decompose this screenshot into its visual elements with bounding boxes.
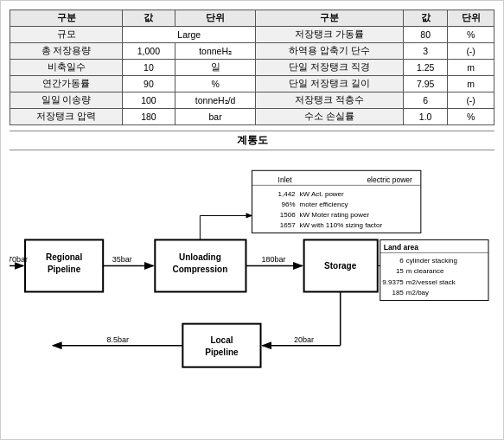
table-cell-3-4: 7.95 — [404, 76, 448, 92]
col-header-3: 단위 — [175, 10, 256, 27]
data-table: 구분 값 단위 구분 값 단위 규모Large저장탱크 가동률80%총 저장용량… — [10, 10, 494, 125]
local-pipeline-label1: Local — [210, 335, 233, 345]
diagram-svg: Regional Pipeline Unloading Compression … — [10, 157, 494, 391]
regional-pipeline-label2: Pipeline — [48, 265, 81, 274]
table-cell-0-4: 80 — [404, 27, 448, 43]
inlet-val2: 96% — [282, 201, 296, 208]
col-header-5: 값 — [404, 10, 448, 27]
land-area-label: Land area — [384, 243, 418, 252]
table-cell-0-3: 저장탱크 가동률 — [256, 27, 404, 43]
land-val3: 9.9375 — [382, 278, 404, 286]
table-cell-2-2: 일 — [175, 60, 256, 76]
inlet-desc4: kW with 110% sizing factor — [300, 221, 383, 229]
table-row: 일일 이송량100tonneH₂/d저장탱크 적층수6(-) — [10, 92, 494, 109]
inlet-desc3: kW Moter rating power — [300, 211, 370, 219]
table-cell-3-2: % — [175, 76, 256, 92]
section-title: 계통도 — [10, 131, 494, 150]
table-cell-0-5: % — [448, 27, 494, 43]
col-header-6: 단위 — [448, 10, 494, 27]
table-cell-2-4: 1.25 — [404, 60, 448, 76]
table-cell-3-1: 90 — [123, 76, 175, 92]
table-cell-5-5: % — [448, 109, 494, 125]
pressure-35bar: 35bar — [112, 255, 132, 264]
storage-label: Storage — [324, 261, 357, 271]
table-cell-3-0: 연간가동률 — [10, 76, 123, 92]
table-cell-4-1: 100 — [123, 92, 175, 109]
table-row: 저장탱크 압력180bar수소 손실률1.0% — [10, 109, 494, 125]
table-cell-3-5: m — [448, 76, 494, 92]
table-cell-2-3: 단일 저장탱크 직경 — [256, 60, 404, 76]
land-val4: 185 — [392, 289, 404, 297]
table-cell-3-3: 단일 저장탱크 길이 — [256, 76, 404, 92]
land-val2: 15 — [396, 267, 404, 275]
inlet-val1: 1,442 — [278, 190, 297, 198]
table-cell-0-1: Large — [123, 27, 256, 43]
table-row: 비축일수10일단일 저장탱크 직경1.25m — [10, 60, 494, 76]
table-cell-5-4: 1.0 — [404, 109, 448, 125]
unloading-label2: Compression — [172, 265, 227, 274]
pressure-20bar: 20bar — [294, 335, 314, 344]
table-cell-5-1: 180 — [123, 109, 175, 125]
table-cell-1-0: 총 저장용량 — [10, 43, 123, 60]
col-header-4: 구분 — [256, 10, 404, 27]
table-cell-1-1: 1,000 — [123, 43, 175, 60]
table-cell-4-0: 일일 이송량 — [10, 92, 123, 109]
pressure-180bar: 180bar — [262, 255, 286, 264]
inlet-val4: 1657 — [280, 221, 296, 229]
page: 구분 값 단위 구분 값 단위 규모Large저장탱크 가동률80%총 저장용량… — [0, 0, 504, 440]
table-cell-5-3: 수소 손실률 — [256, 109, 404, 125]
inlet-desc2: moter efficiency — [300, 201, 348, 208]
table-cell-1-4: 3 — [404, 43, 448, 60]
table-cell-4-2: tonneH₂/d — [175, 92, 256, 109]
pressure-70bar: 70bar — [10, 255, 28, 264]
land-desc3: m2/vessel stack — [406, 278, 456, 286]
local-pipeline-box — [182, 324, 260, 367]
table-cell-1-2: tonneH₂ — [175, 43, 256, 60]
col-header-1: 구분 — [10, 10, 123, 27]
land-desc2: m clearance — [406, 267, 444, 275]
table-cell-5-0: 저장탱크 압력 — [10, 109, 123, 125]
table-cell-4-4: 6 — [404, 92, 448, 109]
local-pipeline-label2: Pipeline — [205, 348, 239, 357]
pressure-85bar: 8.5bar — [106, 335, 129, 344]
land-desc1: cylinder stacking — [406, 257, 457, 265]
table-cell-2-1: 10 — [123, 60, 175, 76]
table-cell-2-5: m — [448, 60, 494, 76]
table-cell-1-5: (-) — [448, 43, 494, 60]
table-row: 총 저장용량1,000tonneH₂하역용 압축기 단수3(-) — [10, 43, 494, 60]
land-desc4: m2/bay — [406, 289, 429, 297]
table-cell-2-0: 비축일수 — [10, 60, 123, 76]
inlet-val3: 1506 — [280, 211, 296, 219]
col-header-2: 값 — [123, 10, 175, 27]
diagram-container: Regional Pipeline Unloading Compression … — [10, 157, 494, 391]
table-cell-5-2: bar — [175, 109, 256, 125]
table-row: 연간가동률90%단일 저장탱크 길이7.95m — [10, 76, 494, 92]
regional-pipeline-label1: Regional — [46, 252, 82, 262]
table-cell-1-3: 하역용 압축기 단수 — [256, 43, 404, 60]
land-val1: 6 — [399, 257, 404, 265]
inlet-desc1: kW Act. power — [300, 190, 344, 198]
table-cell-0-0: 규모 — [10, 27, 123, 43]
inlet-label: Inlet — [278, 175, 293, 184]
table-cell-4-3: 저장탱크 적층수 — [256, 92, 404, 109]
electric-power-label: electric power — [367, 175, 412, 184]
table-row: 규모Large저장탱크 가동률80% — [10, 27, 494, 43]
table-cell-4-5: (-) — [448, 92, 494, 109]
unloading-label1: Unloading — [179, 252, 221, 262]
